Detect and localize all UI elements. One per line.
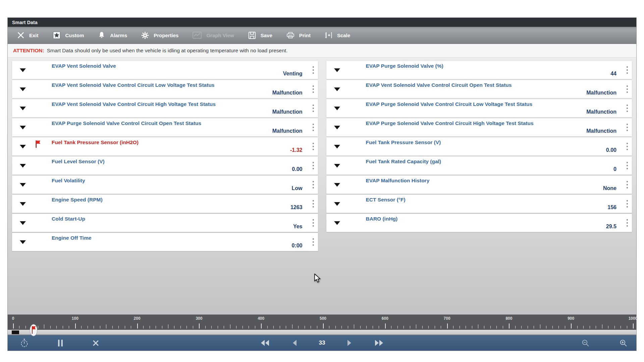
parameter-row: EVAP Malfunction HistoryNone bbox=[326, 176, 632, 194]
parameter-row: Engine Off Time0:00 bbox=[12, 233, 318, 251]
ruler-tick bbox=[131, 326, 131, 328]
timer-button[interactable] bbox=[20, 339, 29, 348]
row-expander-button[interactable] bbox=[12, 176, 34, 194]
save-icon bbox=[248, 32, 256, 39]
ruler-tick bbox=[472, 326, 472, 328]
parameter-name: Fuel Volatility bbox=[52, 178, 85, 184]
row-menu-button[interactable] bbox=[625, 199, 629, 209]
row-expander-button[interactable] bbox=[12, 214, 34, 232]
row-menu-button[interactable] bbox=[311, 103, 315, 113]
toolbar-button-label: Alarms bbox=[110, 33, 127, 38]
ruler-track: 01002003004005006007008009001000 bbox=[13, 315, 633, 330]
window-title: Smart Data bbox=[12, 20, 38, 25]
scale-icon bbox=[325, 32, 332, 39]
ruler-tick bbox=[633, 323, 634, 328]
row-expander-button[interactable] bbox=[326, 176, 348, 194]
row-menu-button[interactable] bbox=[625, 141, 629, 152]
row-menu-button[interactable] bbox=[625, 161, 629, 171]
row-menu-button[interactable] bbox=[625, 65, 629, 75]
ruler-tick bbox=[236, 326, 236, 328]
row-menu-button[interactable] bbox=[625, 84, 629, 94]
row-expander-button[interactable] bbox=[12, 80, 34, 98]
stop-recording-button[interactable] bbox=[92, 339, 100, 347]
fast-forward-button[interactable] bbox=[374, 339, 384, 347]
parameter-value: None bbox=[603, 185, 616, 191]
ruler-tick bbox=[447, 323, 448, 328]
toolbar-button-alarms[interactable]: Alarms bbox=[98, 32, 127, 39]
chevron-down-icon bbox=[334, 107, 340, 110]
ruler-tick bbox=[366, 326, 367, 328]
row-expander-button[interactable] bbox=[326, 118, 348, 136]
row-expander-button[interactable] bbox=[326, 80, 348, 98]
toolbar-button-save[interactable]: Save bbox=[248, 32, 272, 39]
row-expander-button[interactable] bbox=[326, 61, 348, 79]
row-menu-button[interactable] bbox=[625, 218, 629, 228]
row-menu-button[interactable] bbox=[311, 84, 315, 94]
flag-slot bbox=[34, 235, 49, 244]
step-forward-button[interactable] bbox=[346, 339, 353, 347]
row-menu-button[interactable] bbox=[311, 218, 315, 228]
row-expander-button[interactable] bbox=[12, 99, 34, 117]
toolbar-button-scale[interactable]: Scale bbox=[325, 32, 350, 39]
row-expander-button[interactable] bbox=[12, 157, 34, 175]
zoom-out-button[interactable] bbox=[581, 339, 590, 347]
data-column-right: EVAP Purge Solenoid Valve (%)44EVAP Vent… bbox=[326, 61, 632, 314]
row-menu-button[interactable] bbox=[311, 199, 315, 209]
toolbar-button-exit[interactable]: Exit bbox=[17, 32, 39, 39]
row-expander-button[interactable] bbox=[326, 195, 348, 213]
parameter-name: Fuel Tank Rated Capacity (gal) bbox=[366, 159, 441, 165]
row-expander-button[interactable] bbox=[12, 61, 34, 79]
row-expander-button[interactable] bbox=[12, 233, 34, 251]
parameter-value: 0.00 bbox=[606, 147, 616, 153]
row-menu-button[interactable] bbox=[311, 65, 315, 75]
ruler-tick bbox=[168, 324, 168, 328]
parameter-value: 0:00 bbox=[291, 243, 302, 249]
row-expander-button[interactable] bbox=[326, 157, 348, 175]
ruler-tick bbox=[44, 324, 44, 328]
flag-slot bbox=[34, 121, 49, 129]
parameter-name: Cold Start-Up bbox=[52, 216, 85, 222]
row-expander-button[interactable] bbox=[326, 99, 348, 117]
ruler-tick bbox=[13, 323, 14, 328]
scrollbar-thumb[interactable] bbox=[12, 330, 19, 334]
row-expander-button[interactable] bbox=[12, 137, 34, 156]
ruler-tick bbox=[590, 326, 590, 328]
ruler-tick bbox=[292, 324, 292, 328]
row-menu-button[interactable] bbox=[311, 161, 315, 171]
row-expander-button[interactable] bbox=[326, 214, 348, 232]
row-menu-button[interactable] bbox=[311, 180, 315, 190]
ruler-tick bbox=[249, 326, 249, 328]
chevron-down-icon bbox=[20, 240, 26, 244]
row-menu-button[interactable] bbox=[625, 122, 629, 132]
row-expander-button[interactable] bbox=[12, 118, 34, 136]
ruler-tick bbox=[341, 326, 342, 328]
timeline-playhead-marker[interactable] bbox=[30, 324, 38, 337]
ruler-tick bbox=[484, 326, 484, 328]
parameter-row: Fuel Tank Pressure Sensor (inH2O)-1.32 bbox=[12, 137, 318, 156]
row-menu-button[interactable] bbox=[311, 122, 315, 132]
row-expander-button[interactable] bbox=[12, 195, 34, 213]
timeline-ruler[interactable]: 01002003004005006007008009001000 bbox=[8, 314, 636, 330]
row-menu-button[interactable] bbox=[625, 180, 629, 190]
parameter-row: BARO (inHg)29.5 bbox=[326, 214, 632, 232]
zoom-in-button[interactable] bbox=[619, 339, 628, 347]
row-menu-button[interactable] bbox=[311, 237, 315, 247]
toolbar-button-custom[interactable]: Custom bbox=[53, 31, 84, 39]
parameter-name: EVAP Vent Solenoid Valve Control Circuit… bbox=[366, 82, 512, 88]
pause-button[interactable] bbox=[57, 339, 64, 347]
toolbar-button-properties[interactable]: Properties bbox=[141, 32, 178, 39]
ruler-tick bbox=[94, 326, 94, 328]
parameter-name: Engine Off Time bbox=[52, 235, 92, 241]
row-expander-button[interactable] bbox=[326, 137, 348, 156]
rewind-button[interactable] bbox=[260, 339, 270, 347]
flag-slot bbox=[348, 63, 363, 72]
step-back-button[interactable] bbox=[291, 339, 298, 347]
row-menu-button[interactable] bbox=[625, 103, 629, 113]
mouse-cursor bbox=[314, 274, 323, 285]
toolbar-button-print[interactable]: Print bbox=[286, 32, 311, 39]
parameter-name: EVAP Purge Solenoid Valve (%) bbox=[366, 63, 443, 69]
timeline-scrollbar[interactable] bbox=[8, 330, 636, 335]
row-menu-button[interactable] bbox=[311, 141, 315, 152]
ruler-tick bbox=[63, 326, 63, 328]
transport-left-group bbox=[20, 339, 100, 348]
